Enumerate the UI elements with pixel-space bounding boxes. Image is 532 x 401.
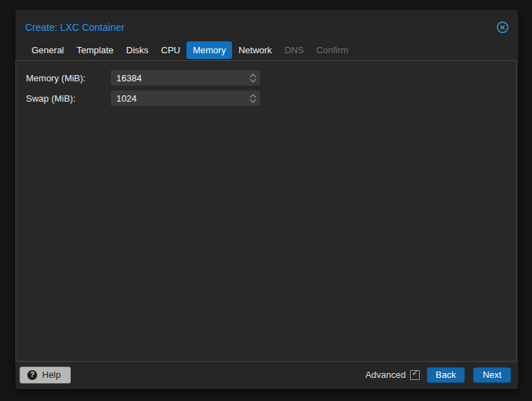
spinner-down-icon: [250, 99, 257, 103]
memory-input[interactable]: [111, 70, 260, 86]
memory-field-label: Memory (MiB):: [26, 73, 111, 83]
spinner-down-icon: [250, 79, 257, 83]
help-button-label: Help: [42, 369, 61, 380]
footer-actions: Advanced ✓ Back Next: [365, 367, 511, 383]
memory-form-panel: Memory (MiB): Swap (MiB):: [15, 60, 517, 362]
swap-spinner-field: [111, 90, 260, 106]
dialog-footer: ? Help Advanced ✓ Back Next: [15, 362, 518, 389]
close-icon[interactable]: [496, 21, 509, 34]
tab-cpu[interactable]: CPU: [155, 41, 186, 59]
tab-disks[interactable]: Disks: [120, 41, 155, 59]
swap-spinner-buttons[interactable]: [250, 90, 257, 106]
next-button[interactable]: Next: [473, 367, 511, 383]
memory-row: Memory (MiB):: [16, 70, 516, 86]
create-lxc-container-dialog: Create: LXC Container General Template D…: [15, 10, 518, 389]
checkmark-icon: ✓: [411, 368, 419, 377]
tab-memory[interactable]: Memory: [186, 41, 232, 59]
help-button[interactable]: ? Help: [20, 367, 71, 383]
tab-confirm: Confirm: [310, 41, 355, 59]
swap-input[interactable]: [111, 90, 260, 106]
spinner-up-icon: [250, 94, 257, 98]
tab-bar: General Template Disks CPU Memory Networ…: [15, 39, 518, 63]
dialog-title: Create: LXC Container: [25, 22, 125, 33]
swap-field-label: Swap (MiB):: [26, 93, 111, 104]
tab-dns: DNS: [278, 41, 310, 59]
advanced-label: Advanced: [365, 369, 406, 380]
spinner-up-icon: [250, 74, 257, 78]
help-icon: ?: [27, 370, 37, 380]
tab-template[interactable]: Template: [70, 41, 120, 59]
advanced-checkbox[interactable]: ✓: [410, 370, 420, 380]
back-button[interactable]: Back: [427, 367, 465, 383]
memory-spinner-field: [111, 70, 260, 86]
dialog-header: Create: LXC Container: [15, 10, 518, 39]
tab-network[interactable]: Network: [232, 41, 278, 59]
tab-general[interactable]: General: [25, 41, 70, 59]
memory-spinner-buttons[interactable]: [250, 70, 257, 86]
swap-row: Swap (MiB):: [16, 90, 516, 106]
